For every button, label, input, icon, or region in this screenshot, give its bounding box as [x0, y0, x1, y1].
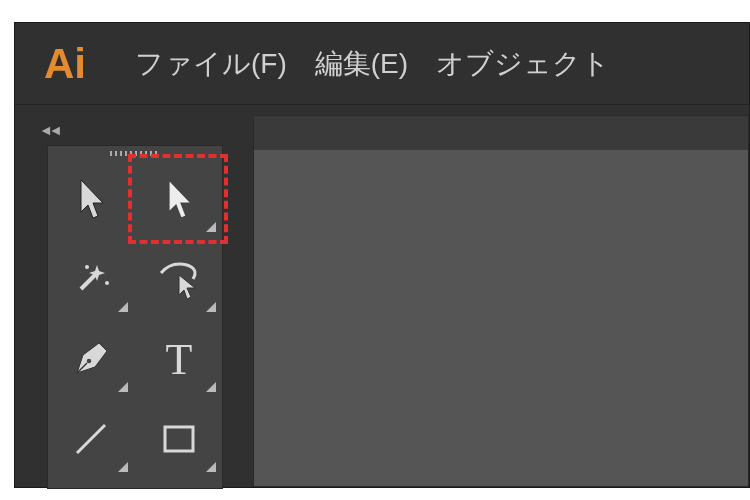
flyout-indicator-icon — [118, 302, 128, 312]
menu-object[interactable]: オブジェクト — [436, 45, 610, 83]
menu-edit[interactable]: 編集(E) — [315, 45, 408, 83]
panel-grip[interactable] — [48, 146, 222, 160]
selection-cursor-icon — [71, 176, 111, 222]
svg-point-2 — [105, 281, 109, 285]
rectangle-icon — [155, 415, 203, 463]
tools-panel-header[interactable]: ◄◄ — [29, 115, 233, 145]
svg-line-5 — [77, 425, 105, 453]
lasso-tool[interactable] — [136, 240, 222, 318]
workspace: ◄◄ — [15, 105, 749, 487]
pen-tool[interactable] — [48, 320, 134, 398]
tools-panel: ◄◄ — [15, 115, 233, 487]
line-icon — [67, 415, 115, 463]
svg-line-0 — [81, 273, 97, 289]
menu-items: ファイル(F) 編集(E) オブジェクト — [135, 45, 610, 83]
magic-wand-tool[interactable] — [48, 240, 134, 318]
direct-selection-tool[interactable] — [136, 160, 222, 238]
magic-wand-icon — [67, 255, 115, 303]
line-segment-tool[interactable] — [48, 400, 134, 478]
direct-selection-cursor-icon — [159, 176, 199, 222]
tool-grid: T — [48, 160, 222, 478]
menu-bar: Ai ファイル(F) 編集(E) オブジェクト — [15, 23, 749, 105]
panel-collapse-icon: ◄◄ — [39, 122, 59, 138]
lasso-icon — [153, 255, 205, 303]
flyout-indicator-icon — [206, 302, 216, 312]
rectangle-tool[interactable] — [136, 400, 222, 478]
document-tab-strip[interactable] — [254, 116, 748, 150]
app-logo: Ai — [15, 40, 115, 88]
svg-point-1 — [85, 265, 89, 269]
flyout-indicator-icon — [118, 462, 128, 472]
grip-dots-icon — [110, 151, 160, 156]
type-icon: T — [166, 334, 193, 385]
tools-body: T — [47, 145, 223, 489]
flyout-indicator-icon — [206, 382, 216, 392]
canvas-area[interactable] — [253, 115, 749, 487]
menu-file[interactable]: ファイル(F) — [135, 45, 287, 83]
flyout-indicator-icon — [206, 222, 216, 232]
flyout-indicator-icon — [118, 382, 128, 392]
svg-rect-6 — [165, 427, 193, 451]
pen-icon — [67, 335, 115, 383]
type-tool[interactable]: T — [136, 320, 222, 398]
app-window: Ai ファイル(F) 編集(E) オブジェクト ◄◄ — [14, 22, 750, 488]
selection-tool[interactable] — [48, 160, 134, 238]
flyout-indicator-icon — [206, 462, 216, 472]
